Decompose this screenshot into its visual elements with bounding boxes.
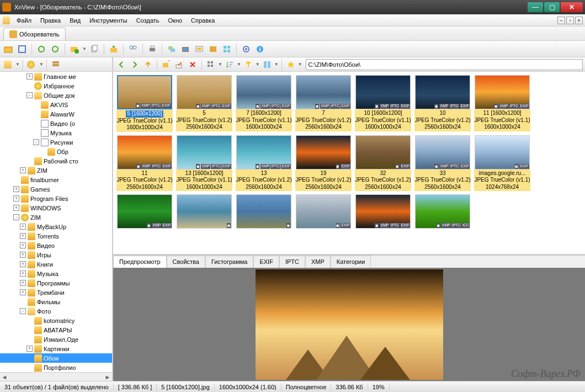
preview-tab-iptc[interactable]: IPTC <box>279 256 305 268</box>
tree-item[interactable]: Избранное <box>0 81 112 91</box>
thumbnail[interactable]: ■ <box>236 194 292 229</box>
open-button[interactable] <box>2 43 14 55</box>
sort-button[interactable] <box>224 59 236 71</box>
tree-item[interactable]: Портфолио <box>0 363 112 372</box>
contact-sheet-button[interactable] <box>221 43 233 55</box>
thumbnail[interactable]: ■ <box>176 194 232 229</box>
fullscreen-button[interactable] <box>16 43 28 55</box>
folder-tree[interactable]: +Главное меИзбранное-Общие докAKVISAlawa… <box>0 72 112 372</box>
thumbnail[interactable]: ■XMPIPTCEXIF5 [1600x1200]JPEG TrueColor … <box>116 75 173 132</box>
thumbnail[interactable]: ■XMPIPTCICC <box>414 194 471 229</box>
tree-item[interactable]: -Общие док <box>0 91 112 100</box>
preview-tab-свойства[interactable]: Свойства <box>167 256 205 268</box>
copy-button[interactable] <box>88 43 100 55</box>
tree-item[interactable]: AKVIS <box>0 100 112 109</box>
tree-item[interactable]: AlawarW <box>0 109 112 119</box>
tree-item[interactable]: +Главное ме <box>0 72 112 81</box>
tree-item[interactable]: Фильмы <box>0 297 112 306</box>
tree-item[interactable]: kotomatricy <box>0 316 112 325</box>
tree-item[interactable]: +Program Files <box>0 194 112 203</box>
convert-button[interactable] <box>166 43 178 55</box>
preview-tab-exif[interactable]: EXIF <box>253 256 279 268</box>
thumbnail[interactable]: ■XMPIPTCEXIF13 [1600x1200]JPEG TrueColor… <box>176 135 232 192</box>
tree-item[interactable]: +Игры <box>0 250 112 259</box>
thumbnail[interactable]: ■XMPIPTCEXIF5JPEG TrueColor (v1.2)2560x1… <box>176 75 232 132</box>
preview-tab-гистограмма[interactable]: Гистограмма <box>205 256 254 268</box>
up-button[interactable] <box>142 59 154 71</box>
thumbnail[interactable]: ■XMPIPTCEXIF10 [1600x1200]JPEG TrueColor… <box>355 75 411 132</box>
filter-button[interactable] <box>242 59 254 71</box>
webpage-button[interactable] <box>207 43 219 55</box>
new-folder-button[interactable] <box>68 43 81 55</box>
thumbnail[interactable]: ■XMPIPTCEXIF11 [1600x1200]JPEG TrueColor… <box>474 75 530 132</box>
tree-item[interactable]: +Games <box>0 184 112 194</box>
about-button[interactable]: i <box>254 43 266 55</box>
print-button[interactable] <box>146 43 158 55</box>
tree-item[interactable]: +Torrents <box>0 231 112 241</box>
tree-item[interactable]: +ZIM <box>0 166 112 175</box>
layout-button[interactable] <box>261 59 273 71</box>
view-mode-button[interactable] <box>205 59 217 71</box>
menu-инструменты[interactable]: Инструменты <box>85 15 132 25</box>
tree-item[interactable]: +MyBackUp <box>0 222 112 231</box>
tree-item[interactable]: -Фото <box>0 306 112 316</box>
thumbnail[interactable]: ■EXIF <box>295 194 352 229</box>
menu-справка[interactable]: Справка <box>187 15 219 25</box>
tree-item[interactable]: +Книги <box>0 259 112 269</box>
menu-создать[interactable]: Создать <box>132 15 164 25</box>
preview-tab-xmp[interactable]: XMP <box>305 256 331 268</box>
capture-button[interactable] <box>179 43 192 55</box>
thumbnail[interactable]: ■XMPEXIF <box>116 194 173 229</box>
tree-item[interactable]: -Рисунки <box>0 137 112 147</box>
thumbnail[interactable]: ■XMPIPTCEXIF10JPEG TrueColor (v1.2)2560x… <box>414 75 471 132</box>
thumbnail[interactable]: ■XMPIPTCEXIF <box>355 194 411 229</box>
thumbnail[interactable]: ■EXIF32JPEG TrueColor (v1.2)2560x1600x24 <box>355 135 411 192</box>
menu-вид[interactable]: Вид <box>65 15 85 25</box>
thumbnail[interactable]: ■EXIFimages.google.ru...JPEG TrueColor (… <box>474 135 530 192</box>
refresh-button[interactable] <box>35 43 47 55</box>
mdi-close[interactable]: × <box>575 17 583 24</box>
favorites-tab[interactable] <box>26 59 38 71</box>
forward-button[interactable] <box>129 59 141 71</box>
folders-tab[interactable] <box>2 59 14 71</box>
back-button[interactable] <box>115 59 127 71</box>
categories-tab[interactable] <box>50 59 62 71</box>
tree-item[interactable]: +WINDOWS <box>0 203 112 213</box>
preview-tab-предпросмотр[interactable]: Предпросмотр <box>113 256 167 268</box>
thumbnail[interactable]: ■EXIF19JPEG TrueColor (v1.2)2560x1600x24 <box>295 135 352 192</box>
import-button[interactable] <box>108 43 120 55</box>
maximize-button[interactable]: ▢ <box>544 2 560 12</box>
thumbnail-view[interactable]: ■XMPIPTCEXIF5 [1600x1200]JPEG TrueColor … <box>113 72 585 254</box>
menu-правка[interactable]: Правка <box>36 15 65 25</box>
tree-item[interactable]: Музыка <box>0 128 112 137</box>
tree-item[interactable]: finalburner <box>0 175 112 184</box>
tree-item[interactable]: Рабочий сто <box>0 156 112 166</box>
thumbnail[interactable]: ■XMPIPTCEXIF11JPEG TrueColor (v1.2)2560x… <box>116 135 173 192</box>
tree-item[interactable]: +Музыка <box>0 269 112 278</box>
favorite-button[interactable] <box>285 59 297 71</box>
menu-окно[interactable]: Окно <box>164 15 187 25</box>
tree-scrollbar[interactable]: ◄► <box>0 372 112 381</box>
delete-button[interactable] <box>187 59 199 71</box>
tree-item[interactable]: Обои <box>0 353 112 363</box>
stop-button[interactable] <box>49 43 61 55</box>
settings-button[interactable] <box>240 43 252 55</box>
app-menu-icon[interactable] <box>2 15 12 25</box>
rename-button[interactable] <box>173 59 185 71</box>
new-button[interactable]: * <box>160 59 172 71</box>
thumbnail[interactable]: ■XMPIPTCEXIF33JPEG TrueColor (v1.2)2560x… <box>414 135 471 192</box>
tree-item[interactable]: +Программы <box>0 278 112 288</box>
tree-item[interactable]: Обр <box>0 147 112 156</box>
mdi-minimize[interactable]: – <box>557 17 565 24</box>
tree-item[interactable]: +Картинки <box>0 344 112 353</box>
mdi-restore[interactable]: ▫ <box>566 17 574 24</box>
minimize-button[interactable]: — <box>528 2 543 12</box>
thumbnail[interactable]: ■XMPIPTCEXIF7 [1600x1200]JPEG TrueColor … <box>236 75 292 132</box>
tree-item[interactable]: +Видео <box>0 241 112 250</box>
tree-item[interactable]: Видео (о <box>0 119 112 128</box>
preview-tab-категории[interactable]: Категории <box>331 256 371 268</box>
tree-item[interactable]: -ZIM <box>0 213 112 222</box>
close-button[interactable]: ✕ <box>561 2 583 12</box>
address-bar[interactable] <box>306 59 583 70</box>
menu-файл[interactable]: Файл <box>12 15 36 25</box>
